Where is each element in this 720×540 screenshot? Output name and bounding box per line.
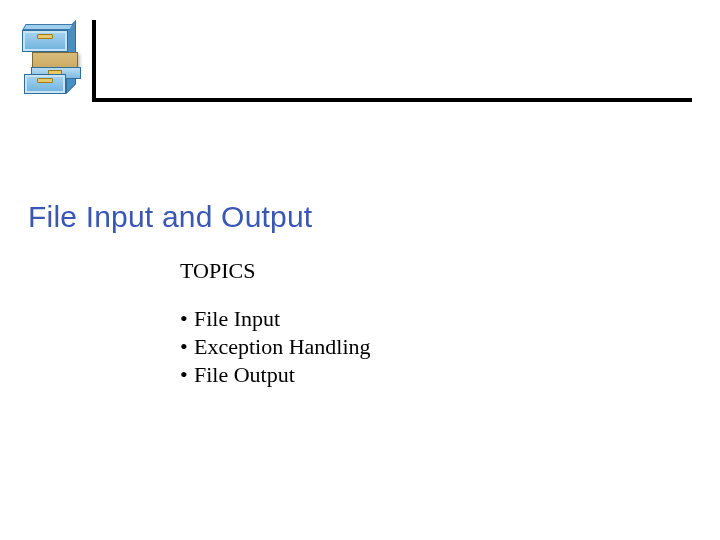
list-item: •File Input <box>180 305 371 333</box>
slide: File Input and Output TOPICS •File Input… <box>0 0 720 540</box>
list-item-label: File Output <box>194 362 295 387</box>
slide-header <box>0 10 720 90</box>
bullet-icon: • <box>180 333 194 361</box>
list-item: •Exception Handling <box>180 333 371 361</box>
list-item: •File Output <box>180 361 371 389</box>
topics-list: •File Input •Exception Handling •File Ou… <box>180 305 371 389</box>
bullet-icon: • <box>180 305 194 333</box>
header-vertical-rule <box>92 20 96 100</box>
header-horizontal-rule <box>92 98 692 102</box>
file-cabinet-icon <box>18 24 76 98</box>
list-item-label: Exception Handling <box>194 334 371 359</box>
bullet-icon: • <box>180 361 194 389</box>
list-item-label: File Input <box>194 306 280 331</box>
slide-title: File Input and Output <box>28 200 312 234</box>
topics-heading: TOPICS <box>180 258 255 284</box>
